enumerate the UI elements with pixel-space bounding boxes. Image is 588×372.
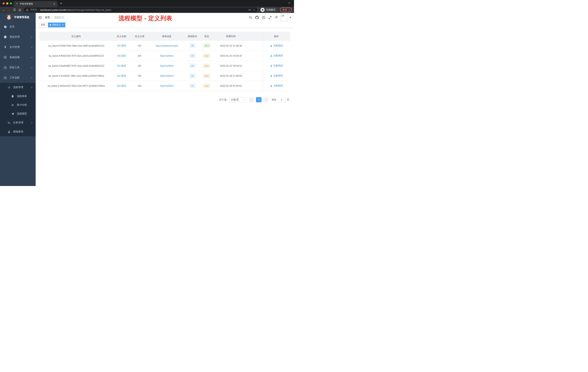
- zoom-window-button[interactable]: [10, 2, 12, 5]
- assign-rule-button[interactable]: 分配规则: [270, 44, 283, 47]
- cell-deploy-time: 2022-01-16 01:40:51: [213, 81, 249, 91]
- assign-rule-button[interactable]: 分配规则: [270, 54, 283, 57]
- prev-page-button[interactable]: [249, 97, 254, 102]
- sidebar-item-system[interactable]: 系统管理: [0, 32, 36, 42]
- list-tree-icon: [7, 86, 10, 89]
- cell-category: OA: [130, 61, 149, 71]
- sidebar: 芋道管理系统 首页 系统管理 ¥ 支付管理 基础设施: [0, 13, 36, 186]
- sidebar-item-label: 任务管理: [13, 121, 31, 124]
- font-size-icon[interactable]: TT: [275, 16, 278, 19]
- cell-filler: [249, 41, 263, 51]
- assign-rule-button[interactable]: 分配规则: [270, 84, 283, 87]
- sidebar-item-label: 流程模型: [17, 112, 33, 115]
- col-definition-category: 定义分类: [130, 32, 149, 41]
- sidebar-item-task-management[interactable]: 任务管理: [0, 118, 36, 127]
- sidebar-item-home[interactable]: 首页: [0, 22, 36, 32]
- browser-tab[interactable]: 芋道管理系统 ✕: [13, 1, 57, 7]
- logo-bunny-avatar: [6, 14, 12, 20]
- goto-label: 前往: [272, 98, 276, 101]
- password-key-icon[interactable]: [248, 8, 252, 11]
- monitor-check-icon: [4, 56, 7, 59]
- breadcrumb-home[interactable]: 首页: [45, 16, 50, 19]
- definition-name-link[interactable]: OA 请假: [117, 55, 126, 57]
- document-edit-icon: [11, 95, 14, 98]
- form-link[interactable]: /bpm/oa/leave/create: [156, 44, 178, 47]
- sidebar-item-payment[interactable]: ¥ 支付管理: [0, 42, 36, 52]
- sidebar-item-process-management[interactable]: 流程管理: [0, 83, 36, 92]
- tag-home[interactable]: 首页: [39, 22, 47, 27]
- page-number-1[interactable]: 1: [256, 97, 262, 102]
- home-button[interactable]: [18, 8, 21, 11]
- forward-button[interactable]: →: [8, 8, 11, 11]
- assign-rule-button[interactable]: 分配规则: [270, 74, 283, 77]
- sidebar-item-label: 流程管理: [13, 86, 31, 89]
- form-link[interactable]: /bpm/oa/flow: [160, 85, 173, 87]
- update-chrome-button[interactable]: 更新: [280, 8, 292, 12]
- fullscreen-icon[interactable]: [268, 16, 272, 19]
- tag-label: 首页: [41, 23, 45, 26]
- person-icon: [270, 44, 272, 47]
- toolbox-icon: [4, 76, 7, 79]
- chevron-down-icon: [243, 99, 245, 100]
- help-question-icon[interactable]: [262, 16, 265, 19]
- user-avatar-dropdown[interactable]: [281, 14, 291, 21]
- url-text[interactable]: dashboard.yudao.iocoder.cn/bpm/manager/d…: [40, 9, 247, 11]
- table-row: oa_leave:5:004b710b-7b8a-11ec-8ef0-acde4…: [40, 41, 290, 51]
- page-size-select[interactable]: 10条/页: [229, 97, 247, 102]
- definition-name-link[interactable]: OA 请假: [117, 85, 126, 87]
- sidebar-item-infrastructure[interactable]: 基础设施: [0, 52, 36, 62]
- sidebar-item-dev-tools[interactable]: 研发工具: [0, 62, 36, 73]
- sidebar-item-process-model[interactable]: 流程模型: [0, 109, 36, 118]
- sidebar-toggle-hamburger-icon[interactable]: [38, 16, 42, 19]
- sidebar-item-label: 请假查询: [13, 130, 33, 133]
- chevron-down-icon: [31, 57, 33, 58]
- definition-name-link[interactable]: OA 请假: [117, 65, 126, 67]
- minimize-window-button[interactable]: [6, 2, 8, 5]
- sidebar-item-label: 工作流程: [10, 76, 31, 79]
- close-window-button[interactable]: [2, 2, 5, 5]
- favicon-seedling-icon: [16, 2, 18, 5]
- browser-tabstrip: 芋道管理系统 ✕ +: [0, 0, 294, 7]
- sidebar-item-label: 研发工具: [10, 66, 31, 69]
- cell-filler: [249, 81, 263, 91]
- address-bar[interactable]: 不安全 dashboard.yudao.iocoder.cn/bpm/manag…: [24, 8, 257, 12]
- new-tab-button[interactable]: +: [60, 1, 62, 6]
- tab-search-chevron-icon[interactable]: [288, 2, 290, 4]
- macos-window-controls[interactable]: [2, 2, 12, 5]
- sidebar-item-label: 支付管理: [10, 45, 31, 49]
- browser-menu-kebab-icon[interactable]: [289, 9, 289, 11]
- search-icon[interactable]: [249, 16, 252, 19]
- form-link[interactable]: /bpm/oa/flow: [160, 55, 173, 57]
- tag-close-icon[interactable]: ✕: [62, 24, 64, 26]
- sidebar-item-leave-query[interactable]: 请假查询: [0, 127, 36, 136]
- person-icon: [7, 131, 10, 133]
- not-secure-warning-icon: [26, 9, 29, 11]
- yen-icon: ¥: [4, 45, 7, 49]
- sidebar-item-process-form[interactable]: 流程表单: [0, 92, 36, 101]
- bookmark-star-icon[interactable]: ☆: [253, 8, 255, 11]
- person-icon: [270, 65, 272, 67]
- security-label[interactable]: 不安全: [30, 8, 37, 11]
- cell-category: OA: [130, 51, 149, 61]
- sidebar-item-user-groups[interactable]: 用户分组: [0, 101, 36, 109]
- github-icon[interactable]: [255, 16, 259, 19]
- assign-rule-button[interactable]: 分配规则: [270, 64, 283, 67]
- form-link[interactable]: /bpm/oa/flow: [160, 75, 173, 77]
- definition-name-link[interactable]: OA 请假: [117, 75, 126, 77]
- paper-plane-icon: [11, 112, 14, 115]
- chevron-down-icon: [31, 36, 33, 38]
- next-page-button[interactable]: [263, 97, 269, 102]
- sidebar-item-workflow[interactable]: 工作流程: [0, 73, 36, 83]
- org-tree-icon: [7, 121, 10, 124]
- goto-page-input[interactable]: [278, 97, 285, 102]
- cell-filler: [249, 51, 263, 61]
- tag-process-definition[interactable]: 流程定义 ✕: [48, 22, 65, 27]
- page-suffix-label: 页: [287, 98, 289, 101]
- reload-button[interactable]: [13, 8, 16, 11]
- version-badge: v1: [189, 84, 195, 88]
- definition-name-link[interactable]: OA 请假: [117, 44, 126, 47]
- tab-close-icon[interactable]: ✕: [53, 3, 55, 5]
- col-definition-id: 定义编号: [40, 32, 113, 41]
- back-button[interactable]: ←: [2, 8, 5, 11]
- form-link[interactable]: /bpm/oa/flow: [160, 65, 173, 67]
